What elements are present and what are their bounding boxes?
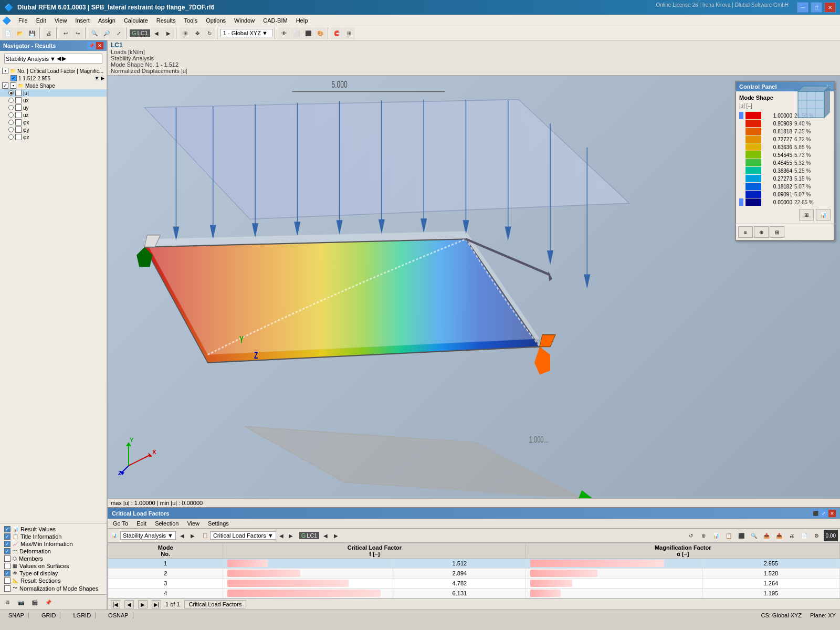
clf-analysis-select[interactable]: Stability Analysis ▼ <box>120 531 176 540</box>
nav-deformation[interactable]: ✓ 〰 Deformation <box>2 548 104 555</box>
tb-prev-lc[interactable]: ◀ <box>151 27 162 39</box>
status-lgrid[interactable]: LGRID <box>69 612 96 618</box>
clf-tab-icon[interactable]: 📋 <box>201 531 209 540</box>
tree-val-next-btn[interactable]: ▶ <box>101 76 104 81</box>
nav-cb-vs[interactable] <box>4 563 10 569</box>
tb-next-lc[interactable]: ▶ <box>163 27 174 39</box>
tree-item-ux[interactable]: ux <box>0 97 107 104</box>
clf-close-btn[interactable]: ✕ <box>828 510 836 517</box>
tree-checkbox-u[interactable] <box>15 90 22 96</box>
tree-radio-ux[interactable] <box>8 98 14 103</box>
nav-cb-norm[interactable] <box>4 585 10 592</box>
nav-cb-def[interactable]: ✓ <box>4 548 10 554</box>
table-row[interactable]: 22.8941.528 <box>108 569 840 579</box>
tree-checkbox-ms2[interactable]: ▪ <box>10 82 16 89</box>
close-button[interactable]: ✕ <box>824 2 836 13</box>
nav-cb-ti[interactable]: ✓ <box>4 533 10 540</box>
tree-item-clf[interactable]: ▪ 📁 No. | Critical Load Factor | Magnifi… <box>0 67 107 75</box>
nav-normalization[interactable]: 〜 Normalization of Mode Shapes <box>2 584 104 592</box>
tree-checkbox-uy[interactable] <box>15 104 22 111</box>
tree-radio-uy[interactable] <box>8 105 14 110</box>
menu-tools[interactable]: Tools <box>180 16 202 25</box>
menu-results[interactable]: Results <box>152 16 180 25</box>
tree-val-btn[interactable]: ▼ <box>94 76 99 81</box>
clf-page-prev[interactable]: ◀ <box>124 600 134 608</box>
clf-page-next[interactable]: ▶ <box>138 600 148 608</box>
tree-checkbox-phix[interactable] <box>15 119 22 125</box>
clf-tab-select[interactable]: Critical Load Factors ▼ <box>211 531 276 540</box>
cp-btn2[interactable]: 📊 <box>816 209 831 220</box>
nav-cb-td[interactable]: ✓ <box>4 570 10 576</box>
clf-next-btn[interactable]: ▶ <box>188 531 197 540</box>
nav-icon4[interactable]: 📌 <box>43 596 54 608</box>
status-snap[interactable]: SNAP <box>4 612 29 618</box>
menu-file[interactable]: File <box>14 16 32 25</box>
cp-icon1[interactable]: ≡ <box>738 226 753 238</box>
tb-solid[interactable]: ⬛ <box>302 27 314 39</box>
tb-snap[interactable]: 🧲 <box>331 27 343 39</box>
clf-icon5[interactable]: ⬛ <box>736 530 747 541</box>
tb-grid[interactable]: ⊞ <box>343 27 355 39</box>
clf-icon6[interactable]: 🔍 <box>748 530 760 541</box>
nav-cb-rv[interactable]: ✓ <box>4 526 10 532</box>
clf-lc-prev[interactable]: ◀ <box>321 530 330 541</box>
clf-pin-btn[interactable]: ⬛ <box>812 510 819 517</box>
clf-icon2[interactable]: ⊕ <box>698 530 709 541</box>
clf-icon10[interactable]: 📄 <box>799 530 810 541</box>
clf-prev-btn[interactable]: ◀ <box>178 531 186 540</box>
menu-calculate[interactable]: Calculate <box>120 16 152 25</box>
nav-title-info[interactable]: ✓ 📋 Title Information <box>2 533 104 540</box>
viewport-tab[interactable]: LC1 <box>111 41 837 49</box>
menu-view[interactable]: View <box>50 16 71 25</box>
table-row[interactable]: 46.1311.195 <box>108 589 840 598</box>
tb-wire[interactable]: ⬜ <box>290 27 302 39</box>
nav-cb-mm[interactable]: ✓ <box>4 541 10 547</box>
nav-icon1[interactable]: 🖥 <box>2 596 13 608</box>
tree-checkbox-phiy[interactable] <box>15 127 22 133</box>
tree-checkbox-val[interactable]: ✓ <box>10 75 17 81</box>
tb-zoom-in[interactable]: 🔍 <box>89 27 100 39</box>
cp-icon3[interactable]: ⊞ <box>770 226 784 238</box>
tree-item-modeshape[interactable]: ✓ ▪ 📁 Mode Shape <box>0 82 107 89</box>
cp-btn1[interactable]: ⊞ <box>799 209 814 220</box>
clf-icon3[interactable]: 📊 <box>710 530 722 541</box>
nav-icon2[interactable]: 📷 <box>15 596 27 608</box>
tb-select[interactable]: ⊞ <box>180 27 191 39</box>
nav-cube[interactable] <box>788 81 835 128</box>
tb-redo[interactable]: ↪ <box>72 27 83 39</box>
viewport-canvas[interactable]: 5.000 <box>108 76 840 498</box>
tree-item-uz[interactable]: uz <box>0 111 107 119</box>
tree-item-phiy[interactable]: φy <box>0 126 107 133</box>
tb-save[interactable]: 💾 <box>26 27 38 39</box>
table-row[interactable]: 34.7821.264 <box>108 579 840 589</box>
status-grid[interactable]: GRID <box>37 612 61 618</box>
clf-analysis-icon[interactable]: 📊 <box>110 531 118 540</box>
clf-icon7[interactable]: 📤 <box>761 530 772 541</box>
nav-close-btn[interactable]: ✕ <box>96 42 103 49</box>
tb-zoom-out[interactable]: 🔎 <box>101 27 112 39</box>
clf-menu-view[interactable]: View <box>184 520 203 527</box>
nav-maxmin-info[interactable]: ✓ 📈 Max/Min Information <box>2 540 104 548</box>
status-osnap[interactable]: OSNAP <box>104 612 133 618</box>
nav-type-display[interactable]: ✓ 👁 Type of display <box>2 570 104 577</box>
menu-window[interactable]: Window <box>230 16 259 25</box>
nav-result-sections[interactable]: 📐 Result Sections <box>2 577 104 584</box>
tree-checkbox-clf[interactable]: ▪ <box>2 68 8 74</box>
tree-radio-phiz[interactable] <box>8 134 14 140</box>
menu-help[interactable]: Help <box>292 16 312 25</box>
menu-insert[interactable]: Insert <box>71 16 94 25</box>
tb-new[interactable]: 📄 <box>2 27 14 39</box>
nav-result-values[interactable]: ✓ 📊 Result Values <box>2 526 104 533</box>
tb-render[interactable]: 🎨 <box>314 27 326 39</box>
minimize-button[interactable]: ─ <box>797 2 808 13</box>
nav-icon3[interactable]: 🎬 <box>29 596 40 608</box>
tb-print[interactable]: 🖨 <box>43 27 55 39</box>
tree-item-phix[interactable]: φx <box>0 119 107 126</box>
tree-checkbox-ms[interactable]: ✓ <box>2 82 8 89</box>
clf-icon8[interactable]: 📥 <box>773 530 785 541</box>
menu-cadbim[interactable]: CAD-BIM <box>259 16 291 25</box>
tree-radio-uz[interactable] <box>8 112 14 118</box>
nav-dropdown[interactable]: Stability Analysis ▼ ◀ ▶ <box>4 54 102 64</box>
tree-item-uy[interactable]: uy <box>0 104 107 111</box>
clf-lc-next[interactable]: ▶ <box>332 530 340 541</box>
